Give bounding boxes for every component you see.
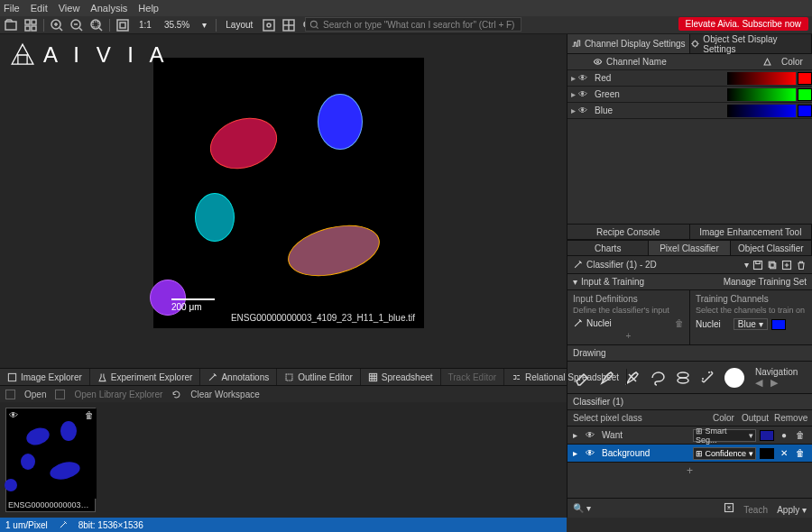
menu-edit[interactable]: Edit xyxy=(31,3,48,14)
trash-icon[interactable]: 🗑 xyxy=(85,410,94,420)
tab-outline-editor[interactable]: Outline Editor xyxy=(277,369,361,385)
thumbnail-panel: 👁 🗑 ENSG00000000003_4109_23_H... xyxy=(0,402,567,518)
explorer-tools: Open Open Library Explorer Clear Workspa… xyxy=(0,386,567,402)
svg-rect-19 xyxy=(754,261,762,269)
tab-image-explorer[interactable]: Image Explorer xyxy=(0,369,90,385)
remove-class-icon[interactable]: 🗑 xyxy=(794,448,807,458)
class-row-background[interactable]: ▸👁Background⊞ Confidence▾✕🗑 xyxy=(567,445,812,463)
image-canvas[interactable]: 200 μm ENSG00000000003_4109_23_H11_1_blu… xyxy=(153,58,424,328)
layout-1-icon[interactable] xyxy=(262,18,276,32)
menu-view[interactable]: View xyxy=(59,3,80,14)
classifier-selector[interactable]: Classifier (1) - 2D▾ xyxy=(567,256,812,274)
training-color-swatch[interactable] xyxy=(771,319,786,330)
tab-charts[interactable]: Charts xyxy=(567,240,649,256)
tab-recipe-console[interactable]: Recipe Console xyxy=(567,224,690,240)
svg-point-24 xyxy=(678,372,688,378)
openlib-checkbox[interactable] xyxy=(55,390,65,399)
zoom-in-icon[interactable] xyxy=(50,18,64,32)
tab-track-editor: Track Editor xyxy=(441,369,505,385)
class-row-want[interactable]: ▸👁Want⊞ Smart Seg...▾●🗑 xyxy=(567,427,812,445)
color-swatch[interactable] xyxy=(798,105,812,117)
menu-analysis[interactable]: Analysis xyxy=(90,3,127,14)
tab-image-enhancement[interactable]: Image Enhancement Tool xyxy=(690,224,813,240)
magic-wand-icon[interactable] xyxy=(699,369,717,387)
section-input-training[interactable]: ▾Input & Training Manage Training Set xyxy=(567,274,812,290)
channel-row-blue[interactable]: ▸👁Blue xyxy=(567,103,812,119)
aivia-logo: A I V I A xyxy=(7,40,169,70)
svg-point-17 xyxy=(692,41,697,46)
svg-rect-10 xyxy=(263,20,274,31)
circle-stack-icon[interactable] xyxy=(674,369,692,387)
filename-label: ENSG00000000003_4109_23_H11_1_blue.tif xyxy=(231,313,415,323)
svg-rect-1 xyxy=(25,20,30,24)
color-swatch[interactable] xyxy=(798,72,812,85)
trash-icon[interactable]: 🗑 xyxy=(675,318,684,328)
navigation-label: Navigation xyxy=(755,367,798,377)
tab-experiment-explorer[interactable]: Experiment Explorer xyxy=(90,369,201,385)
search-input[interactable]: Search or type "What can I search for" (… xyxy=(305,17,521,32)
thumbnail-label: ENSG00000000003_4109_23_H... xyxy=(6,499,95,511)
class-color-swatch[interactable] xyxy=(760,430,774,441)
layout-2-icon[interactable] xyxy=(281,18,296,32)
search-toggle-icon[interactable]: 🔍 ▾ xyxy=(573,503,591,513)
training-channels-header: Training Channels xyxy=(696,294,807,304)
zoom-select-icon[interactable] xyxy=(89,18,104,32)
input-definitions-header: Input Definitions xyxy=(573,294,684,304)
tab-pixel-classifier[interactable]: Pixel Classifier xyxy=(649,240,730,256)
training-channel-select[interactable]: Blue ▾ xyxy=(734,318,768,330)
tab-relational-spreadsheet[interactable]: Relational Spreadsheet xyxy=(504,369,627,385)
output-toggle[interactable]: ✕ xyxy=(778,448,790,458)
copy-icon[interactable] xyxy=(767,260,778,271)
class-color-swatch[interactable] xyxy=(760,448,774,459)
lasso-icon[interactable] xyxy=(649,369,667,387)
expand-icon[interactable] xyxy=(724,502,734,513)
brush-preview[interactable] xyxy=(724,368,744,388)
tab-spreadsheet[interactable]: Spreadsheet xyxy=(361,369,441,385)
class-mode-select[interactable]: ⊞ Confidence▾ xyxy=(693,447,756,460)
status-bar: 1 um/Pixel 8bit: 1536×1536 xyxy=(0,518,567,532)
remove-class-icon[interactable]: 🗑 xyxy=(794,430,807,440)
eye-icon: 👁 xyxy=(9,410,18,420)
open-file-icon[interactable] xyxy=(4,18,18,32)
open-checkbox[interactable] xyxy=(5,390,15,399)
section-drawing: Drawing xyxy=(567,345,812,362)
svg-rect-3 xyxy=(25,26,30,31)
layout-label: Layout xyxy=(222,20,256,30)
zoom-ratio: 1:1 xyxy=(135,20,155,30)
zoom-out-icon[interactable] xyxy=(69,18,84,32)
input-nuclei[interactable]: Nuclei xyxy=(586,318,612,328)
svg-rect-22 xyxy=(770,262,776,268)
tab-channel-display[interactable]: Channel Display Settings xyxy=(567,34,690,53)
right-panel: Channel Display Settings Object Set Disp… xyxy=(567,34,812,518)
tab-annotations[interactable]: Annotations xyxy=(200,369,277,385)
apply-button[interactable]: Apply ▾ xyxy=(777,505,807,515)
fit-icon[interactable] xyxy=(115,18,130,32)
grid-icon[interactable] xyxy=(23,18,38,32)
teach-button[interactable]: Teach xyxy=(743,505,768,515)
svg-rect-4 xyxy=(32,26,36,31)
color-swatch[interactable] xyxy=(798,88,812,101)
output-toggle[interactable]: ● xyxy=(778,430,790,440)
add-input[interactable]: + xyxy=(573,331,684,341)
elevate-button[interactable]: Elevate Aivia. Subscribe now xyxy=(678,17,808,31)
thumbnail-item[interactable]: 👁 🗑 ENSG00000000003_4109_23_H... xyxy=(5,408,96,512)
trash-icon[interactable] xyxy=(796,260,807,271)
manage-training-set[interactable]: Manage Training Set xyxy=(724,277,807,287)
menu-help[interactable]: Help xyxy=(138,3,159,14)
tab-object-classifier[interactable]: Object Classifier xyxy=(731,240,812,256)
search-placeholder: Search or type "What can I search for" (… xyxy=(323,20,514,30)
channel-row-red[interactable]: ▸👁Red xyxy=(567,70,812,87)
svg-point-13 xyxy=(310,21,317,27)
add-class[interactable]: + xyxy=(567,463,812,479)
zoom-percent[interactable]: 35.5% xyxy=(161,20,193,30)
save-icon[interactable] xyxy=(752,260,763,271)
menu-file[interactable]: File xyxy=(4,3,20,14)
tab-objectset-display[interactable]: Object Set Display Settings xyxy=(690,34,813,53)
svg-rect-14 xyxy=(8,373,15,381)
add-icon[interactable] xyxy=(781,260,792,271)
channel-row-green[interactable]: ▸👁Green xyxy=(567,87,812,103)
channel-header: Channel Name Color xyxy=(567,54,812,70)
svg-rect-9 xyxy=(117,20,128,31)
class-mode-select[interactable]: ⊞ Smart Seg...▾ xyxy=(693,429,756,442)
clear-icon[interactable] xyxy=(171,390,181,399)
